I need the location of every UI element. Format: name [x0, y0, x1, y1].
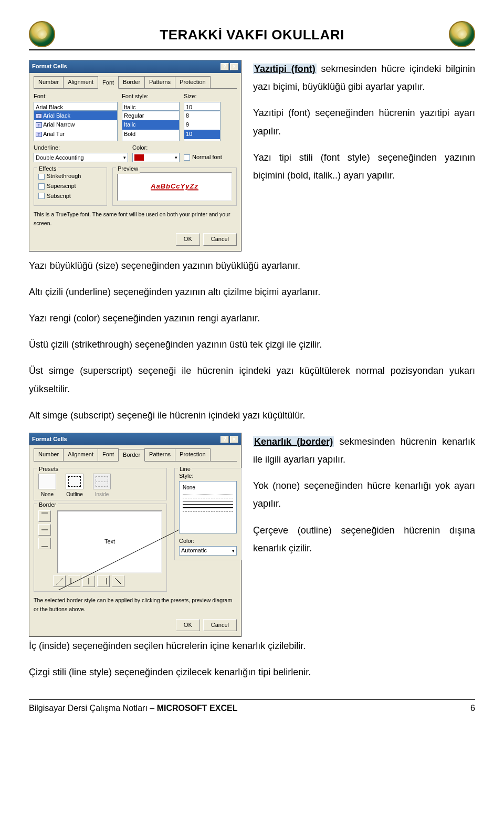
paragraph: Çizgi stili (line style) seçeneğinden çi… — [29, 663, 475, 681]
tab-font[interactable]: Font — [98, 448, 119, 461]
format-cells-border-dialog: Format Cells ? × Number Alignment Font B… — [29, 433, 242, 637]
border-heading: Kenarlık (border) — [253, 436, 334, 447]
border-bottom-button[interactable] — [38, 538, 51, 549]
preview-title: Preview — [116, 164, 140, 174]
help-button[interactable]: ? — [220, 63, 229, 70]
tab-border[interactable]: Border — [118, 76, 145, 89]
font-style-label: Font style: — [122, 92, 180, 101]
color-swatch — [134, 154, 144, 161]
size-input[interactable]: 10 — [184, 102, 220, 111]
preset-inside-icon — [93, 474, 111, 489]
font-heading: Yazıtipi (font) — [253, 64, 317, 74]
border-color-dropdown[interactable]: Automatic — [179, 546, 237, 556]
dialog-tabs: Number Alignment Font Border Patterns Pr… — [34, 448, 237, 462]
underline-dropdown[interactable]: Double Accounting — [34, 153, 128, 162]
list-item[interactable]: 11 — [184, 139, 220, 141]
font-input[interactable]: Arial Black — [34, 102, 118, 111]
tab-number[interactable]: Number — [34, 76, 64, 89]
preset-outline[interactable]: Outline — [66, 474, 83, 499]
paragraph: Altı çizili (underline) seçeneğinden yaz… — [29, 283, 475, 301]
checkbox-icon — [38, 183, 45, 190]
paragraph: Üst simge (superscript) seçeneği ile hüc… — [29, 362, 475, 397]
page-number: 6 — [470, 702, 475, 715]
tab-protection[interactable]: Protection — [175, 448, 211, 461]
cancel-button[interactable]: Cancel — [203, 619, 237, 632]
preset-inside[interactable]: Inside — [93, 474, 111, 499]
list-item[interactable]: Bold — [122, 130, 179, 139]
tab-font[interactable]: Font — [98, 77, 119, 89]
color-label: Color: — [179, 537, 237, 546]
line-style-option[interactable] — [183, 504, 233, 505]
close-button[interactable]: × — [230, 63, 238, 70]
cancel-button[interactable]: Cancel — [203, 233, 237, 246]
school-logo-left — [29, 21, 55, 47]
size-listbox[interactable]: 8 9 10 11 — [184, 111, 220, 141]
dialog-description: The selected border style can be applied… — [34, 596, 237, 614]
checkbox-icon — [38, 193, 45, 199]
close-button[interactable]: × — [230, 436, 238, 443]
list-item[interactable]: Bold Italic — [122, 139, 179, 141]
preset-none-icon — [38, 474, 56, 489]
font-label: Font: — [34, 92, 118, 101]
subscript-label: Subscript — [47, 192, 71, 201]
preset-label: Inside — [95, 490, 109, 499]
list-item[interactable]: Arial Unicode MS — [43, 140, 88, 141]
superscript-label: Superscript — [47, 182, 76, 191]
font-listbox[interactable]: TArial Black TArial Narrow TArial Tur TA… — [34, 111, 118, 141]
effects-title: Effects — [37, 164, 58, 174]
line-style-option[interactable] — [183, 507, 233, 508]
dialog-tabs: Number Alignment Font Border Patterns Pr… — [34, 76, 237, 89]
color-dropdown[interactable] — [132, 153, 180, 162]
paragraph: Yok (none) seçeneğinden hücre kenarlığı … — [253, 477, 475, 512]
line-style-option[interactable] — [183, 495, 233, 495]
list-item[interactable]: Arial Tur — [43, 131, 65, 137]
list-item[interactable]: 9 — [184, 120, 220, 130]
underline-label: Underline: — [34, 143, 128, 153]
presets-title: Presets — [37, 465, 60, 474]
ok-button[interactable]: OK — [176, 233, 200, 246]
dialog-titlebar: Format Cells ? × — [29, 433, 241, 446]
font-style-listbox[interactable]: Regular Italic Bold Bold Italic — [122, 111, 180, 141]
dialog-titlebar: Format Cells ? × — [29, 60, 241, 73]
tab-patterns[interactable]: Patterns — [144, 76, 175, 89]
checkbox-icon — [184, 154, 190, 161]
preset-none[interactable]: None — [38, 474, 56, 499]
list-item[interactable]: Italic — [122, 120, 179, 130]
list-item[interactable]: Arial Black — [43, 112, 70, 119]
border-middle-button[interactable] — [38, 524, 51, 536]
help-button[interactable]: ? — [220, 436, 229, 443]
tab-number[interactable]: Number — [34, 448, 64, 461]
style-none[interactable]: None — [183, 484, 233, 492]
list-item[interactable]: 8 — [184, 111, 220, 121]
tab-alignment[interactable]: Alignment — [63, 448, 98, 461]
list-item[interactable]: Regular — [122, 111, 179, 121]
font-style-input[interactable]: Italic — [122, 102, 180, 111]
paragraph: Alt simge (subscript) seçeneği ile hücre… — [29, 406, 475, 424]
truetype-icon: T — [36, 122, 42, 128]
format-cells-font-dialog: Format Cells ? × Number Alignment Font B… — [29, 60, 242, 252]
header-separator — [29, 49, 475, 50]
font-preview: AaBbCcYyZz — [117, 172, 232, 201]
line-title: Line — [178, 465, 192, 474]
tab-alignment[interactable]: Alignment — [63, 76, 98, 89]
line-style-option[interactable] — [183, 501, 233, 501]
tab-patterns[interactable]: Patterns — [144, 448, 175, 461]
border-top-button[interactable] — [38, 510, 51, 522]
ok-button[interactable]: OK — [176, 619, 200, 632]
tab-protection[interactable]: Protection — [175, 76, 211, 89]
subscript-checkbox[interactable]: Subscript — [38, 192, 102, 201]
preset-outline-icon — [66, 474, 83, 489]
truetype-icon: T — [36, 113, 42, 119]
superscript-checkbox[interactable]: Superscript — [38, 182, 102, 191]
list-item[interactable]: Arial Narrow — [43, 121, 75, 128]
line-style-option[interactable] — [183, 511, 233, 511]
line-style-listbox[interactable]: None — [179, 481, 237, 533]
list-item[interactable]: 10 — [184, 130, 220, 139]
border-preview[interactable]: Text — [57, 510, 162, 573]
tab-border[interactable]: Border — [118, 449, 145, 462]
paragraph: Yazıtipi (font) sekmesinden hücre içinde… — [253, 60, 475, 96]
paragraph: Yazı rengi (color) seçeneğinden yazının … — [29, 309, 475, 327]
normal-font-checkbox[interactable]: Normal font — [184, 153, 222, 162]
preview-text-label: Text — [104, 537, 115, 547]
line-style-option[interactable] — [183, 498, 233, 498]
